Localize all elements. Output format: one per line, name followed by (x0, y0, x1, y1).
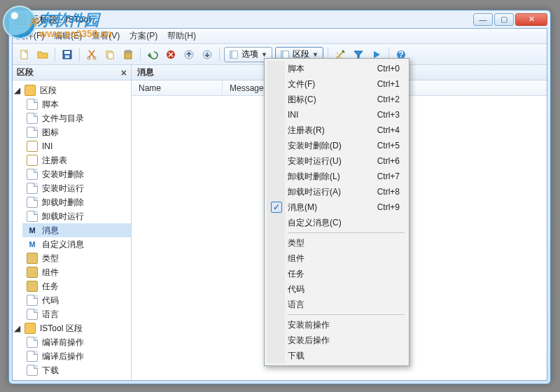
save-button[interactable] (59, 47, 75, 62)
tree-item[interactable]: INI (22, 139, 131, 153)
menu-item[interactable]: 卸载时删除(L)Ctrl+7 (267, 169, 407, 184)
menu-item[interactable]: 代码 (267, 281, 407, 297)
tree-item-label: 脚本 (42, 99, 59, 111)
menu-item[interactable]: 脚本Ctrl+0 (267, 61, 407, 76)
tree-group[interactable]: ◢ISTool 区段 (13, 321, 131, 335)
tree-item-label: 类型 (42, 253, 59, 265)
maximize-button[interactable]: ▢ (494, 13, 514, 26)
tree-item[interactable]: M自定义消息 (22, 237, 131, 251)
sections-popup[interactable]: 脚本Ctrl+0文件(F)Ctrl+1图标(C)Ctrl+2INICtrl+3注… (264, 58, 410, 366)
menu-file[interactable]: 文件(F) (17, 30, 44, 42)
svg-rect-7 (108, 52, 113, 59)
tree-item[interactable]: 组件 (22, 265, 131, 279)
minimize-button[interactable]: — (473, 13, 493, 26)
tree-item-label: 安装时运行 (42, 183, 84, 195)
cut-button[interactable] (84, 47, 99, 62)
doc-icon (27, 127, 38, 138)
doc-icon (27, 365, 38, 376)
tree-item[interactable]: 类型 (22, 251, 131, 265)
menu-item-label: 安装前操作 (288, 319, 330, 331)
menu-item[interactable]: 自定义消息(C) (267, 215, 407, 230)
tree-item[interactable]: 脚本 (22, 97, 131, 111)
tree-item-label: 任务 (42, 281, 59, 293)
tree-item-label: 编译后操作 (42, 351, 84, 363)
menu-item[interactable]: INICtrl+3 (267, 107, 407, 122)
tree-item[interactable]: 注册表 (22, 153, 131, 167)
mm-icon: M (27, 239, 38, 250)
sidebar-close-button[interactable]: × (121, 67, 127, 78)
menu-item-label: 任务 (288, 268, 304, 280)
menu-item-label: 组件 (288, 253, 304, 265)
menu-item[interactable]: 类型 (267, 235, 407, 251)
tree-group[interactable]: ◢区段 (13, 83, 131, 97)
menu-item[interactable]: 卸载时运行(A)Ctrl+8 (267, 184, 407, 200)
tree-item[interactable]: 安装时运行 (22, 181, 131, 195)
menu-item-shortcut: Ctrl+0 (377, 64, 407, 74)
tree-item[interactable]: 文件与目录 (22, 111, 131, 125)
menu-item-shortcut: Ctrl+9 (377, 202, 407, 212)
menubar: 文件(F) 编辑(E) 查看(V) 方案(P) 帮助(H) (13, 29, 547, 44)
tree-item[interactable]: 下载 (22, 363, 131, 377)
doc-icon (27, 211, 38, 222)
column-name[interactable]: Name (132, 80, 223, 95)
tree-item-label: 注册表 (42, 155, 67, 167)
new-button[interactable] (17, 47, 32, 62)
tree-item[interactable]: 任务 (22, 279, 131, 293)
paste-button[interactable] (120, 47, 136, 62)
menu-item-label: 语言 (288, 299, 304, 311)
menu-item-label: 安装后操作 (288, 335, 330, 346)
menu-item[interactable]: 组件 (267, 251, 407, 266)
menu-item[interactable]: 图标(C)Ctrl+2 (267, 92, 407, 107)
menu-item[interactable]: ✓消息(M)Ctrl+9 (267, 200, 407, 215)
menu-item[interactable]: 安装前操作 (267, 317, 407, 332)
open-button[interactable] (35, 47, 50, 62)
menu-item[interactable]: 安装时运行(U)Ctrl+6 (267, 153, 407, 169)
tree-item[interactable]: 安装时删除 (22, 167, 131, 181)
tree-item[interactable]: 编译前操作 (22, 335, 131, 349)
menu-item[interactable]: 文件(F)Ctrl+1 (267, 76, 407, 92)
doc-icon (27, 337, 38, 348)
menu-item[interactable]: 安装后操作 (267, 332, 407, 348)
menu-item-label: 卸载时删除(L) (288, 171, 340, 183)
menu-item-shortcut: Ctrl+6 (377, 156, 407, 166)
mm-icon: M (27, 225, 38, 236)
tree-item[interactable]: 编译后操作 (22, 349, 131, 363)
menu-item-label: 类型 (288, 237, 304, 249)
tree-item[interactable]: 代码 (22, 293, 131, 307)
menu-help[interactable]: 帮助(H) (167, 30, 196, 42)
tree-item[interactable]: M消息 (22, 223, 131, 237)
move-down-button[interactable] (200, 47, 215, 62)
menu-item[interactable]: 语言 (267, 297, 407, 312)
menu-item-shortcut: Ctrl+1 (377, 79, 407, 89)
menu-item-shortcut: Ctrl+5 (377, 141, 407, 150)
comp-icon (27, 253, 38, 264)
tree-item[interactable]: 语言 (22, 307, 131, 321)
menu-item-shortcut: Ctrl+7 (377, 172, 407, 181)
tree-item[interactable]: 卸载时删除 (22, 195, 131, 209)
menu-item[interactable]: 下载 (267, 348, 407, 363)
tree-item[interactable]: 图标 (22, 125, 131, 139)
titlebar[interactable]: 无标题 - ISTool — ▢ ✕ (9, 10, 550, 28)
tree-item-label: 消息 (42, 225, 59, 237)
copy-button[interactable] (102, 47, 118, 62)
chevron-down-icon: ▼ (261, 51, 267, 58)
tree-item-label: 安装时删除 (42, 169, 84, 181)
menu-project[interactable]: 方案(P) (130, 30, 158, 42)
undo-button[interactable] (145, 47, 160, 62)
options-icon (229, 50, 239, 59)
comp-icon (27, 267, 38, 278)
tree-item[interactable]: 卸载时运行 (22, 209, 131, 223)
tree-group-label: ISTool 区段 (40, 323, 83, 335)
menu-item[interactable]: 注册表(R)Ctrl+4 (267, 122, 407, 138)
svg-rect-14 (230, 50, 233, 58)
menu-item[interactable]: 任务 (267, 266, 407, 281)
menu-item[interactable]: 安装时删除(D)Ctrl+5 (267, 138, 407, 153)
menu-edit[interactable]: 编辑(E) (54, 30, 82, 42)
close-button[interactable]: ✕ (515, 13, 547, 26)
sidebar-title: 区段 (17, 66, 34, 78)
move-up-button[interactable] (181, 47, 197, 62)
menu-view[interactable]: 查看(V) (92, 30, 120, 42)
delete-button[interactable] (163, 47, 178, 62)
section-tree[interactable]: ◢区段脚本文件与目录图标INI注册表安装时删除安装时运行卸载时删除卸载时运行M消… (13, 80, 131, 380)
doc-icon (27, 351, 38, 362)
